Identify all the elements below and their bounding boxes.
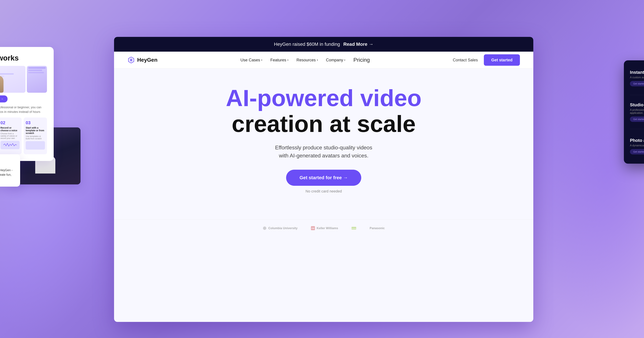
studio-avatar-cta[interactable]: Get started free → bbox=[630, 116, 644, 122]
contact-sales-link[interactable]: Contact Sales bbox=[453, 58, 478, 62]
nav-resources[interactable]: Resources ▾ bbox=[296, 58, 318, 62]
script-header: Script bbox=[0, 159, 15, 165]
logo[interactable]: HeyGen bbox=[128, 56, 158, 64]
partner-panasonic: Panasonic bbox=[370, 226, 385, 230]
script-card: Script Hey there! Welcome to HeyGen - wh… bbox=[0, 154, 20, 186]
svg-text:KW: KW bbox=[312, 228, 314, 229]
nav-pricing[interactable]: Pricing bbox=[353, 57, 370, 63]
studio-avatar-name: Studio avatar bbox=[630, 102, 644, 108]
avatar-info-photo: Photo avatar A dynamically animated phot… bbox=[630, 138, 644, 154]
avatar-types-panel: Instant avatar A custom avatar in a natu… bbox=[624, 60, 644, 164]
studio-avatar-desc: A professional-grade avatar for diverse … bbox=[630, 108, 644, 114]
features-chevron: ▾ bbox=[287, 59, 288, 61]
hiw-purple-bar[interactable]: 💡 Start creating → bbox=[0, 96, 8, 102]
avatar-item-photo: Photo avatar A dynamically animated phot… bbox=[630, 135, 644, 157]
instant-avatar-desc: A custom avatar in a natural setting bbox=[630, 76, 644, 79]
nvidia-icon: NVIDIA bbox=[352, 227, 356, 230]
step-3-number: 03 bbox=[26, 120, 45, 126]
heygen-logo-icon bbox=[128, 56, 135, 64]
nav-features[interactable]: Features ▾ bbox=[270, 58, 288, 62]
columbia-icon bbox=[263, 226, 267, 230]
hero-subtitle: Effortlessly produce studio-quality vide… bbox=[128, 144, 520, 160]
step-3-desc: Use templates or build from scratch bbox=[26, 135, 45, 140]
resources-chevron: ▾ bbox=[317, 59, 318, 61]
avatar-info-instant: Instant avatar A custom avatar in a natu… bbox=[630, 70, 644, 86]
hero-title-purple: AI-powered video bbox=[226, 85, 422, 111]
hero-no-card-text: No credit card needed bbox=[128, 189, 520, 194]
partner-columbia: Columbia University bbox=[263, 226, 298, 230]
instant-avatar-cta[interactable]: Get started free → bbox=[630, 81, 644, 86]
step-3-title: Start with a template or from scratch bbox=[26, 126, 45, 134]
hiw-screenshot-right bbox=[27, 66, 47, 93]
hiw-step-3: 03 Start with a template or from scratch… bbox=[24, 118, 47, 154]
hiw-description: Whether you're a professional or beginne… bbox=[0, 105, 47, 114]
hiw-screenshot-left bbox=[0, 66, 26, 93]
how-it-works-card: How it works 💡 Start creat bbox=[0, 47, 54, 161]
partner-kw: KW Keller Williams bbox=[311, 226, 338, 230]
hiw-title: How it works bbox=[0, 54, 47, 62]
step-2-title: Record or choose a voice bbox=[0, 126, 20, 132]
avatar-item-instant: Instant avatar A custom avatar in a natu… bbox=[630, 67, 644, 95]
nav-use-cases[interactable]: Use Cases ▾ bbox=[240, 58, 262, 62]
get-started-button[interactable]: Get started bbox=[484, 54, 520, 66]
photo-avatar-cta[interactable]: Get started free → bbox=[630, 149, 644, 154]
company-chevron: ▾ bbox=[344, 59, 345, 61]
hiw-steps: 01 Create or choose an avatar Choose fro… bbox=[0, 118, 47, 154]
avatar-item-studio: Studio avatar A professional-grade avata… bbox=[630, 101, 644, 129]
hero-cta-button[interactable]: Get started for free → bbox=[286, 170, 361, 186]
step-2-visual bbox=[0, 141, 20, 149]
hero-title: AI-powered video creation at scale bbox=[128, 85, 520, 137]
photo-avatar-desc: A dynamically animated photograph bbox=[630, 144, 644, 147]
step-3-visual bbox=[26, 141, 45, 150]
logo-strip: Columbia University KW Keller Williams N… bbox=[114, 219, 533, 237]
navbar: HeyGen Use Cases ▾ Features ▾ Resources … bbox=[114, 52, 533, 68]
nav-right: Contact Sales Get started bbox=[453, 54, 520, 66]
hiw-person-figure bbox=[0, 76, 4, 93]
kw-icon: KW bbox=[311, 226, 315, 230]
step-2-desc: Choose from a variety of voices or recor… bbox=[0, 132, 20, 140]
photo-avatar-name: Photo avatar bbox=[630, 138, 644, 143]
hiw-step-2: 02 Record or choose a voice Choose from … bbox=[0, 118, 22, 154]
hero-title-dark: creation at scale bbox=[232, 111, 416, 137]
nav-company[interactable]: Company ▾ bbox=[326, 58, 346, 62]
nav-links: Use Cases ▾ Features ▾ Resources ▾ Compa… bbox=[240, 57, 370, 63]
browser-window: HeyGen raised $60M in funding Read More … bbox=[114, 37, 533, 322]
hiw-screenshot bbox=[0, 66, 47, 93]
use-cases-chevron: ▾ bbox=[261, 59, 262, 61]
avatar-info-studio: Studio avatar A professional-grade avata… bbox=[630, 102, 644, 122]
announcement-bar: HeyGen raised $60M in funding Read More … bbox=[114, 37, 533, 52]
instant-avatar-name: Instant avatar bbox=[630, 70, 644, 75]
svg-point-0 bbox=[263, 226, 266, 230]
logo-text: HeyGen bbox=[137, 57, 158, 63]
svg-text:NVIDIA: NVIDIA bbox=[352, 228, 356, 229]
announcement-text: HeyGen raised $60M in funding bbox=[274, 42, 340, 47]
script-text: Hey there! Welcome to HeyGen - where you… bbox=[0, 168, 15, 182]
partner-nvidia: NVIDIA bbox=[352, 227, 356, 230]
read-more-link[interactable]: Read More → bbox=[343, 42, 373, 47]
step-2-number: 02 bbox=[0, 120, 20, 126]
hero-section: AI-powered video creation at scale Effor… bbox=[114, 68, 533, 219]
waveform-icon bbox=[3, 142, 17, 148]
